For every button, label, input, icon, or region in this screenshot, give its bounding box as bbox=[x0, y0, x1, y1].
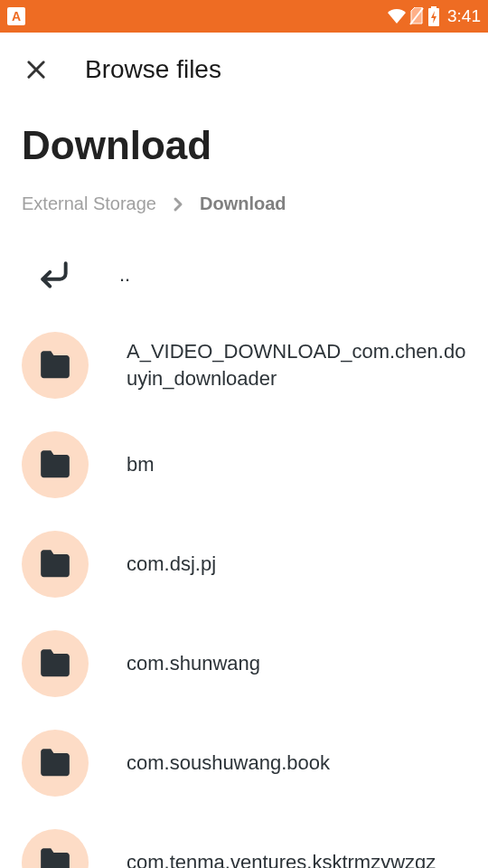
folder-name: A_VIDEO_DOWNLOAD_com.chen.douyin_downloa… bbox=[127, 338, 466, 392]
folder-item[interactable]: com.tenma.ventures.ksktrmzywzqz bbox=[0, 813, 488, 868]
status-time: 3:41 bbox=[447, 6, 481, 26]
folder-item[interactable]: com.soushuwang.book bbox=[0, 713, 488, 813]
folder-icon bbox=[22, 730, 89, 797]
folder-name: com.soushuwang.book bbox=[127, 750, 330, 777]
toolbar: Browse files bbox=[0, 33, 488, 107]
parent-directory-item[interactable]: .. bbox=[0, 234, 488, 316]
close-button[interactable] bbox=[20, 53, 52, 86]
status-left: A bbox=[7, 7, 25, 25]
close-icon bbox=[23, 57, 49, 82]
folder-icon bbox=[22, 829, 89, 868]
folder-item[interactable]: com.shunwang bbox=[0, 614, 488, 713]
chevron-right-icon bbox=[173, 196, 183, 212]
breadcrumb-root[interactable]: External Storage bbox=[22, 193, 156, 214]
status-bar: A 3:41 bbox=[0, 0, 488, 33]
wifi-icon bbox=[388, 9, 406, 24]
toolbar-title: Browse files bbox=[85, 55, 221, 84]
breadcrumb: External Storage Download bbox=[0, 177, 488, 231]
folder-icon bbox=[22, 332, 89, 399]
folder-icon bbox=[22, 531, 89, 598]
folder-name: com.tenma.ventures.ksktrmzywzqz bbox=[127, 849, 436, 868]
folder-name: bm bbox=[127, 451, 155, 478]
svg-rect-1 bbox=[431, 6, 436, 8]
folder-item[interactable]: A_VIDEO_DOWNLOAD_com.chen.douyin_downloa… bbox=[0, 316, 488, 415]
folder-name: com.shunwang bbox=[127, 650, 260, 677]
app-indicator-icon: A bbox=[7, 7, 25, 25]
status-right: 3:41 bbox=[388, 6, 481, 26]
folder-icon bbox=[22, 630, 89, 697]
return-icon bbox=[34, 258, 74, 292]
page-title: Download bbox=[0, 107, 488, 177]
file-list: .. A_VIDEO_DOWNLOAD_com.chen.douyin_down… bbox=[0, 231, 488, 868]
folder-item[interactable]: com.dsj.pj bbox=[0, 514, 488, 614]
no-sim-icon bbox=[409, 7, 424, 25]
parent-directory-label: .. bbox=[119, 261, 130, 288]
folder-icon bbox=[22, 431, 89, 498]
breadcrumb-current: Download bbox=[200, 193, 286, 214]
folder-name: com.dsj.pj bbox=[127, 551, 216, 578]
battery-charging-icon bbox=[427, 6, 440, 26]
folder-item[interactable]: bm bbox=[0, 415, 488, 514]
